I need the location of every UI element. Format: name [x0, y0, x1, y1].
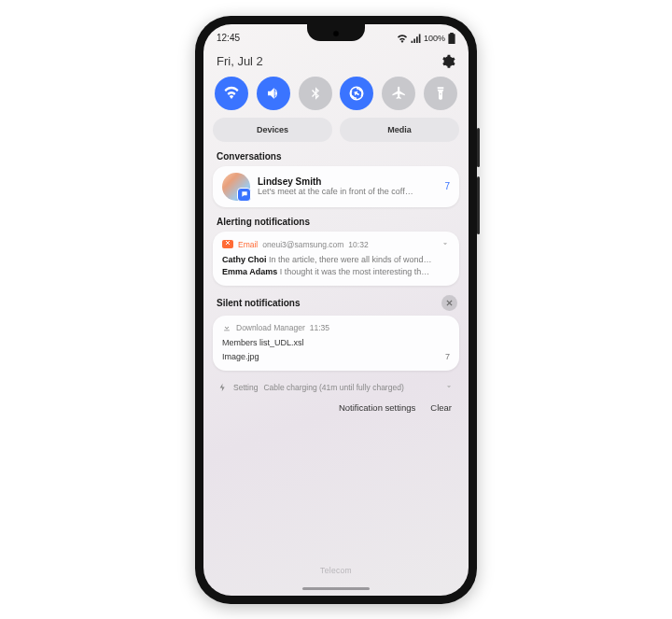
status-time: 12:45: [217, 33, 240, 43]
date-label: Fri, Jul 2: [217, 54, 263, 68]
airplane-icon: [391, 85, 407, 101]
conversation-count: 7: [441, 181, 450, 191]
battery-pct: 100%: [424, 34, 445, 43]
conversation-preview: Let's meet at the cafe in front of the c…: [258, 187, 433, 196]
speaker-icon: [265, 85, 282, 102]
download-app-name: Download Manager: [236, 323, 305, 332]
qs-airplane-toggle[interactable]: [382, 77, 415, 110]
conversation-notification[interactable]: Lindsey Smith Let's meet at the cafe in …: [213, 166, 459, 207]
settings-button[interactable]: [441, 54, 455, 69]
gear-icon: [441, 54, 455, 69]
clear-button[interactable]: Clear: [430, 402, 452, 413]
signal-icon: [411, 34, 421, 43]
close-icon: [445, 299, 454, 307]
download-time: 11:35: [310, 323, 329, 332]
status-indicators: 100%: [397, 33, 455, 44]
qs-sync-toggle[interactable]: [340, 77, 373, 110]
expand-button[interactable]: [444, 382, 454, 393]
qs-bluetooth-toggle[interactable]: [299, 77, 332, 110]
alert-app-name: Email: [238, 240, 258, 249]
bluetooth-icon: [308, 86, 323, 101]
media-label: Media: [387, 125, 412, 134]
screen: 12:45 100% Fri, Jul 2: [203, 24, 469, 596]
flashlight-icon: [433, 86, 448, 101]
app-badge-icon: [237, 188, 251, 202]
email-preview: I thought it was the most interesting th…: [280, 267, 430, 276]
notch: [307, 24, 365, 41]
bolt-icon: [218, 383, 228, 392]
alert-account: oneui3@samsung.com: [262, 240, 343, 249]
chevron-down-icon: [444, 382, 454, 391]
charging-notification[interactable]: Setting Cable charging (41m until fully …: [213, 380, 459, 395]
quick-settings-row: [213, 77, 459, 110]
email-notification-group[interactable]: Email oneui3@samsung.com 10:32 Cathy Cho…: [213, 232, 459, 287]
side-button: [477, 176, 480, 234]
chevron-down-icon: [441, 239, 450, 248]
wifi-icon: [223, 85, 240, 102]
conversation-sender: Lindsey Smith: [258, 176, 433, 187]
download-icon: [222, 323, 231, 332]
media-button[interactable]: Media: [340, 118, 459, 142]
side-button: [477, 128, 480, 167]
download-file: Image.jpg: [222, 350, 259, 363]
alert-time: 10:32: [348, 240, 368, 249]
email-icon: [222, 240, 233, 248]
section-silent-title: Silent notifications: [217, 298, 300, 308]
section-conversations-title: Conversations: [217, 151, 455, 162]
phone-frame: 12:45 100% Fri, Jul 2: [195, 16, 477, 604]
download-file: Members list_UDL.xsl: [222, 336, 304, 349]
home-handle[interactable]: [302, 587, 370, 590]
setting-app-name: Setting: [233, 383, 258, 392]
section-alerting-title: Alerting notifications: [217, 217, 455, 227]
dismiss-silent-button[interactable]: [441, 295, 457, 311]
email-sender: Emma Adams: [222, 267, 277, 276]
qs-wifi-toggle[interactable]: [215, 77, 248, 110]
email-item: Emma Adams I thought it was the most int…: [222, 266, 450, 279]
download-count: 7: [445, 350, 450, 363]
devices-label: Devices: [257, 125, 288, 134]
devices-button[interactable]: Devices: [213, 118, 332, 142]
email-item: Cathy Choi In the article, there were al…: [222, 254, 450, 267]
expand-button[interactable]: [441, 239, 450, 250]
email-sender: Cathy Choi: [222, 255, 267, 264]
setting-text: Cable charging (41m until fully charged): [263, 383, 403, 392]
battery-icon: [448, 33, 455, 44]
notification-settings-button[interactable]: Notification settings: [339, 402, 415, 413]
qs-sound-toggle[interactable]: [257, 77, 290, 110]
wifi-icon: [397, 34, 408, 43]
qs-flashlight-toggle[interactable]: [424, 77, 457, 110]
avatar: [222, 173, 250, 201]
carrier-label: Telecom: [203, 566, 469, 575]
download-notification[interactable]: Download Manager 11:35 Members list_UDL.…: [213, 316, 459, 371]
email-preview: In the article, there were all kinds of …: [269, 255, 432, 264]
sync-icon: [348, 85, 365, 102]
